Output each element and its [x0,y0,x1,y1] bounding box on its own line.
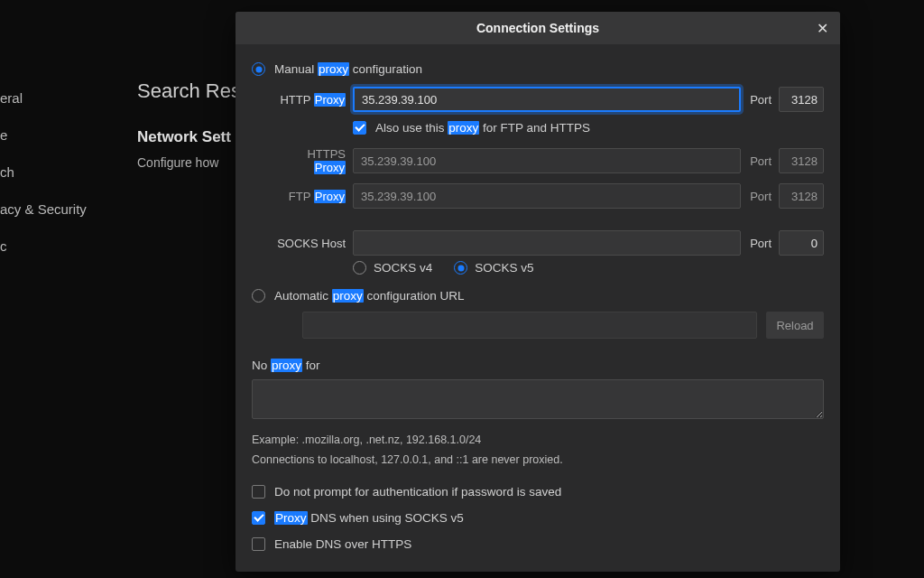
checkbox-no-auth-prompt-label: Do not prompt for authentication if pass… [274,485,561,499]
radio-icon [252,62,265,76]
http-port-input[interactable] [779,87,824,112]
no-proxy-for-label: No proxy for [252,359,824,372]
sidebar-item-search[interactable]: ch [0,154,135,191]
settings-main: Search Res Network Sett Configure how [137,79,245,170]
also-use-proxy-label: Also use this proxy for FTP and HTTPS [375,121,590,135]
checkbox-icon [353,121,366,135]
https-proxy-label: HTTPS Proxy [273,147,346,174]
ftp-proxy-input [353,183,741,209]
search-results-heading: Search Res [137,79,245,103]
dialog-header: Connection Settings ✕ [236,12,840,44]
http-port-label: Port [750,93,772,107]
http-proxy-row: HTTP Proxy Port [273,87,824,112]
ftp-port-input [779,183,824,209]
socks-host-row: SOCKS Host Port [273,230,824,256]
network-settings-subtitle: Configure how [137,155,245,170]
dialog-title: Connection Settings [476,21,599,35]
no-proxy-example-hint: Example: .mozilla.org, .net.nz, 192.168.… [252,431,824,449]
https-proxy-row: HTTPS Proxy Port [273,147,824,174]
https-port-input [779,148,824,173]
socks-port-input[interactable] [779,230,824,256]
pac-url-input [302,312,757,339]
checkbox-icon [252,537,265,551]
sidebar-item-general[interactable]: eral [0,79,135,117]
radio-socks-v5-label: SOCKS v5 [475,261,533,275]
radio-icon [252,289,265,303]
https-port-label: Port [750,154,772,168]
network-settings-title: Network Sett [137,128,245,146]
socks-host-label: SOCKS Host [273,237,346,250]
checkbox-icon [252,485,265,499]
checkbox-no-auth-prompt[interactable]: Do not prompt for authentication if pass… [252,485,824,499]
https-proxy-input [353,148,741,173]
checkbox-proxy-dns-socks5-label: Proxy DNS when using SOCKS v5 [274,511,464,525]
close-icon[interactable]: ✕ [813,19,831,37]
radio-socks-v5[interactable]: SOCKS v5 [454,261,533,275]
checkbox-enable-dns-over-https[interactable]: Enable DNS over HTTPS [252,537,824,551]
checkbox-enable-dns-over-https-label: Enable DNS over HTTPS [274,537,411,551]
http-proxy-input[interactable] [353,87,741,112]
settings-sidebar: eral e ch acy & Security c [0,0,135,578]
reload-button: Reload [766,312,824,339]
radio-manual-proxy[interactable]: Manual proxy configuration [252,62,824,76]
socks-version-group: SOCKS v4 SOCKS v5 [353,261,824,275]
ftp-port-label: Port [750,190,772,203]
radio-icon [454,261,467,275]
http-proxy-label: HTTP Proxy [273,93,346,107]
no-proxy-for-input[interactable] [252,379,824,419]
checkbox-proxy-dns-socks5[interactable]: Proxy DNS when using SOCKS v5 [252,511,824,525]
sidebar-item-home[interactable]: e [0,117,135,154]
socks-host-input[interactable] [353,230,741,256]
radio-socks-v4-label: SOCKS v4 [374,261,432,275]
sidebar-item-privacy-security[interactable]: acy & Security [0,191,135,228]
radio-manual-proxy-label: Manual proxy configuration [274,62,422,76]
pac-url-row: Reload [302,312,824,339]
checkbox-icon [252,511,265,525]
also-use-proxy-checkbox-row[interactable]: Also use this proxy for FTP and HTTPS [353,121,824,135]
ftp-proxy-row: FTP Proxy Port [273,183,824,209]
ftp-proxy-label: FTP Proxy [273,190,346,203]
sidebar-item-sync[interactable]: c [0,228,135,265]
radio-socks-v4[interactable]: SOCKS v4 [353,261,432,275]
localhost-hint: Connections to localhost, 127.0.0.1, and… [252,451,824,469]
socks-port-label: Port [750,237,772,250]
radio-auto-proxy-label: Automatic proxy configuration URL [274,289,465,303]
radio-auto-proxy[interactable]: Automatic proxy configuration URL [252,289,824,303]
connection-settings-dialog: Connection Settings ✕ Manual proxy confi… [236,12,840,572]
radio-icon [353,261,366,275]
